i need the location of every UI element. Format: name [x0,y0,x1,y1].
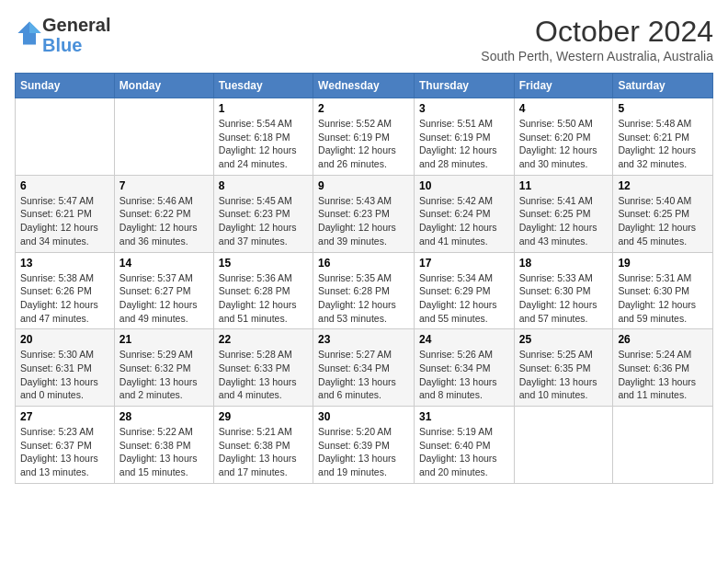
day-info: Sunrise: 5:23 AMSunset: 6:37 PMDaylight:… [20,425,109,479]
subtitle: South Perth, Western Australia, Australi… [481,49,713,63]
calendar-cell: 23Sunrise: 5:27 AMSunset: 6:34 PMDayligh… [313,329,415,407]
day-number: 23 [318,333,409,346]
day-info: Sunrise: 5:25 AMSunset: 6:35 PMDaylight:… [519,348,609,402]
day-number: 29 [219,410,308,423]
day-info: Sunrise: 5:21 AMSunset: 6:38 PMDaylight:… [219,425,308,479]
calendar-cell: 1Sunrise: 5:54 AMSunset: 6:18 PMDaylight… [213,98,313,176]
title-area: October 2024 South Perth, Western Austra… [481,15,713,63]
calendar-cell: 28Sunrise: 5:22 AMSunset: 6:38 PMDayligh… [114,407,213,484]
day-number: 27 [20,410,109,423]
calendar-cell: 22Sunrise: 5:28 AMSunset: 6:33 PMDayligh… [213,329,313,407]
day-info: Sunrise: 5:38 AMSunset: 6:26 PMDaylight:… [20,271,109,326]
day-number: 1 [219,102,308,115]
calendar-cell: 9Sunrise: 5:43 AMSunset: 6:23 PMDaylight… [313,175,415,252]
calendar-cell: 18Sunrise: 5:33 AMSunset: 6:30 PMDayligh… [514,252,613,329]
day-info: Sunrise: 5:43 AMSunset: 6:23 PMDaylight:… [318,194,409,248]
day-number: 13 [20,257,109,270]
day-info: Sunrise: 5:35 AMSunset: 6:28 PMDaylight:… [318,271,409,326]
calendar-cell: 20Sunrise: 5:30 AMSunset: 6:31 PMDayligh… [16,329,115,407]
day-info: Sunrise: 5:52 AMSunset: 6:19 PMDaylight:… [318,117,409,171]
header-row: SundayMondayTuesdayWednesdayThursdayFrid… [16,74,713,98]
calendar-body: 1Sunrise: 5:54 AMSunset: 6:18 PMDaylight… [16,98,713,484]
calendar-cell: 17Sunrise: 5:34 AMSunset: 6:29 PMDayligh… [414,252,514,329]
calendar-table: SundayMondayTuesdayWednesdayThursdayFrid… [15,73,713,484]
calendar-cell: 29Sunrise: 5:21 AMSunset: 6:38 PMDayligh… [213,407,313,484]
logo-icon [17,20,42,46]
day-number: 6 [20,179,109,192]
calendar-cell: 27Sunrise: 5:23 AMSunset: 6:37 PMDayligh… [16,407,115,484]
calendar-cell: 3Sunrise: 5:51 AMSunset: 6:19 PMDaylight… [414,98,514,176]
calendar-cell: 11Sunrise: 5:41 AMSunset: 6:25 PMDayligh… [514,175,613,252]
day-of-week-header: Tuesday [213,74,313,98]
calendar-cell: 19Sunrise: 5:31 AMSunset: 6:30 PMDayligh… [613,252,713,329]
day-number: 15 [219,257,308,270]
calendar-cell: 14Sunrise: 5:37 AMSunset: 6:27 PMDayligh… [114,252,213,329]
day-info: Sunrise: 5:40 AMSunset: 6:25 PMDaylight:… [618,194,708,248]
day-number: 25 [519,333,609,346]
day-info: Sunrise: 5:30 AMSunset: 6:31 PMDaylight:… [20,348,109,402]
calendar-cell: 7Sunrise: 5:46 AMSunset: 6:22 PMDaylight… [114,175,213,252]
day-number: 14 [119,257,209,270]
day-of-week-header: Friday [514,74,613,98]
calendar-cell: 6Sunrise: 5:47 AMSunset: 6:21 PMDaylight… [16,175,115,252]
day-info: Sunrise: 5:34 AMSunset: 6:29 PMDaylight:… [419,271,509,326]
calendar-cell [114,98,213,176]
day-info: Sunrise: 5:31 AMSunset: 6:30 PMDaylight:… [618,271,708,326]
svg-marker-1 [29,21,41,33]
day-number: 21 [119,333,209,346]
page-header: General Blue October 2024 South Perth, W… [15,15,713,63]
day-info: Sunrise: 5:28 AMSunset: 6:33 PMDaylight:… [219,348,308,402]
calendar-cell: 5Sunrise: 5:48 AMSunset: 6:21 PMDaylight… [613,98,713,176]
day-number: 7 [119,179,209,192]
calendar-cell: 25Sunrise: 5:25 AMSunset: 6:35 PMDayligh… [514,329,613,407]
day-info: Sunrise: 5:37 AMSunset: 6:27 PMDaylight:… [119,271,209,326]
day-info: Sunrise: 5:51 AMSunset: 6:19 PMDaylight:… [419,117,509,171]
day-number: 31 [419,410,509,423]
calendar-cell: 2Sunrise: 5:52 AMSunset: 6:19 PMDaylight… [313,98,415,176]
day-number: 20 [20,333,109,346]
calendar-week-row: 13Sunrise: 5:38 AMSunset: 6:26 PMDayligh… [16,252,713,329]
day-number: 24 [419,333,509,346]
day-number: 8 [219,179,308,192]
day-number: 12 [618,179,708,192]
calendar-cell: 16Sunrise: 5:35 AMSunset: 6:28 PMDayligh… [313,252,415,329]
day-of-week-header: Wednesday [313,74,415,98]
day-number: 4 [519,102,609,115]
day-number: 28 [119,410,209,423]
day-number: 30 [318,410,409,423]
logo: General Blue [15,15,110,55]
day-info: Sunrise: 5:41 AMSunset: 6:25 PMDaylight:… [519,194,609,248]
day-info: Sunrise: 5:47 AMSunset: 6:21 PMDaylight:… [20,194,109,248]
calendar-cell: 26Sunrise: 5:24 AMSunset: 6:36 PMDayligh… [613,329,713,407]
calendar-cell [16,98,115,176]
calendar-cell [514,407,613,484]
calendar-cell: 4Sunrise: 5:50 AMSunset: 6:20 PMDaylight… [514,98,613,176]
day-info: Sunrise: 5:27 AMSunset: 6:34 PMDaylight:… [318,348,409,402]
day-number: 2 [318,102,409,115]
day-info: Sunrise: 5:20 AMSunset: 6:39 PMDaylight:… [318,425,409,479]
day-info: Sunrise: 5:50 AMSunset: 6:20 PMDaylight:… [519,117,609,171]
calendar-cell: 31Sunrise: 5:19 AMSunset: 6:40 PMDayligh… [414,407,514,484]
day-info: Sunrise: 5:24 AMSunset: 6:36 PMDaylight:… [618,348,708,402]
day-info: Sunrise: 5:33 AMSunset: 6:30 PMDaylight:… [519,271,609,326]
calendar-cell: 8Sunrise: 5:45 AMSunset: 6:23 PMDaylight… [213,175,313,252]
day-info: Sunrise: 5:29 AMSunset: 6:32 PMDaylight:… [119,348,209,402]
day-of-week-header: Thursday [414,74,514,98]
day-number: 9 [318,179,409,192]
day-number: 22 [219,333,308,346]
day-info: Sunrise: 5:48 AMSunset: 6:21 PMDaylight:… [618,117,708,171]
calendar-cell [613,407,713,484]
day-info: Sunrise: 5:54 AMSunset: 6:18 PMDaylight:… [219,117,308,171]
calendar-cell: 10Sunrise: 5:42 AMSunset: 6:24 PMDayligh… [414,175,514,252]
month-title: October 2024 [481,15,713,49]
calendar-week-row: 20Sunrise: 5:30 AMSunset: 6:31 PMDayligh… [16,329,713,407]
day-number: 19 [618,257,708,270]
calendar-cell: 12Sunrise: 5:40 AMSunset: 6:25 PMDayligh… [613,175,713,252]
day-info: Sunrise: 5:22 AMSunset: 6:38 PMDaylight:… [119,425,209,479]
day-number: 17 [419,257,509,270]
calendar-week-row: 6Sunrise: 5:47 AMSunset: 6:21 PMDaylight… [16,175,713,252]
day-of-week-header: Monday [114,74,213,98]
day-number: 18 [519,257,609,270]
day-info: Sunrise: 5:45 AMSunset: 6:23 PMDaylight:… [219,194,308,248]
day-of-week-header: Sunday [16,74,115,98]
